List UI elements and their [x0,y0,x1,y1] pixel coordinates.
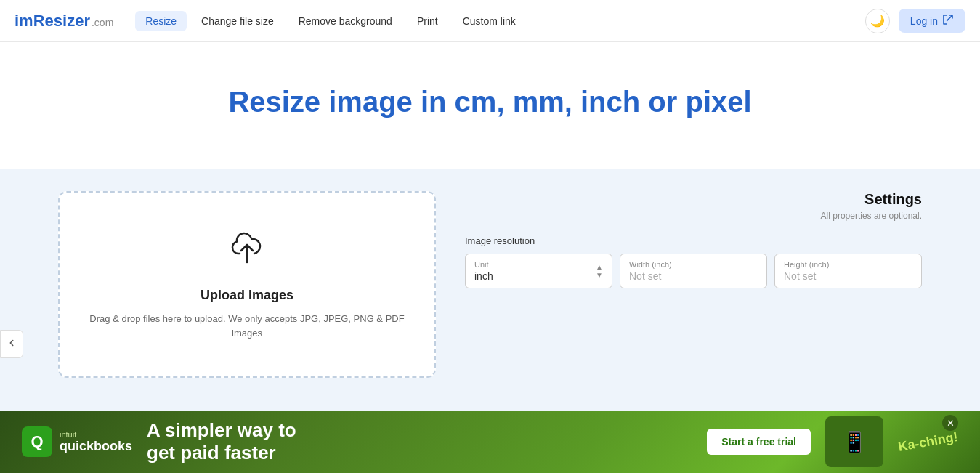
resolution-fields: Unit inch ▲ ▼ Width (inch) Not set Heigh… [465,254,922,288]
dark-mode-button[interactable]: 🌙 [865,9,890,33]
upload-title: Upload Images [201,288,293,303]
height-label: Height (inch) [784,260,912,269]
ad-banner: Q intuit quickbooks A simpler way toget … [0,411,980,416]
settings-panel: Settings All properties are optional. Im… [465,191,922,395]
login-button[interactable]: Log in [899,9,965,33]
logo-main: imResizer [15,12,90,31]
moon-icon: 🌙 [870,14,885,28]
login-arrow-icon [942,14,954,28]
hero-title: Resize image in cm, mm, inch or pixel [15,86,965,118]
height-value: Not set [784,270,912,282]
nav: Resize Change file size Remove backgroun… [135,11,865,31]
header: imResizer .com Resize Change file size R… [0,0,980,42]
upload-description: Drag & drop files here to upload. We onl… [81,312,413,340]
width-value: Not set [629,270,758,282]
width-label: Width (inch) [629,260,758,269]
nav-item-print[interactable]: Print [407,11,448,31]
login-label: Log in [910,15,938,27]
arrow-up-icon: ▲ [596,263,603,271]
upload-section: Upload Images Drag & drop files here to … [58,191,436,395]
unit-field[interactable]: Unit inch ▲ ▼ [465,254,612,288]
width-field[interactable]: Width (inch) Not set [620,254,767,288]
image-resolution-label: Image resolution [465,235,922,246]
unit-label: Unit [474,260,493,269]
settings-subtitle: All properties are optional. [465,211,922,221]
settings-title: Settings [465,191,922,208]
logo[interactable]: imResizer .com [15,12,113,31]
hero-section: Resize image in cm, mm, inch or pixel [0,42,980,169]
upload-cloud-icon [227,229,267,275]
ad-close-button[interactable]: ✕ [942,415,958,416]
unit-arrows[interactable]: ▲ ▼ [596,263,603,279]
arrow-down-icon: ▼ [596,271,603,279]
nav-item-custom-link[interactable]: Custom link [453,11,526,31]
upload-dropzone[interactable]: Upload Images Drag & drop files here to … [58,191,436,378]
main-content: Upload Images Drag & drop files here to … [0,169,980,416]
height-field[interactable]: Height (inch) Not set [774,254,922,288]
left-chevron-button[interactable] [0,330,23,358]
header-right: 🌙 Log in [865,9,965,33]
nav-item-resize[interactable]: Resize [135,11,187,31]
unit-value: inch [474,270,493,282]
logo-suffix: .com [92,17,113,28]
nav-item-change-file-size[interactable]: Change file size [191,11,284,31]
nav-item-remove-background[interactable]: Remove background [288,11,402,31]
